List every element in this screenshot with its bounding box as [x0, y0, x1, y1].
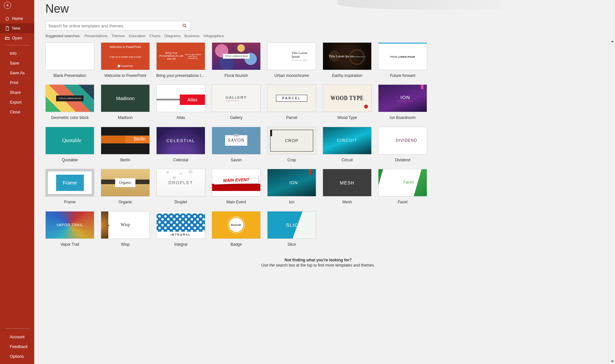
nav-home-label: Home	[12, 16, 23, 21]
template-thumbnail: VAPOR TRAIL	[45, 211, 94, 239]
template-card-atlas[interactable]: AtlasAtlas	[156, 84, 205, 120]
template-card-mainev[interactable]: MAIN EVENTMain Event	[212, 169, 261, 204]
suggested-business[interactable]: Business	[184, 34, 200, 38]
template-thumbnail: SLICE	[267, 211, 316, 239]
vertical-scrollbar[interactable]	[609, 38, 615, 364]
template-card-ion2[interactable]: IONIon	[267, 169, 316, 204]
template-card-welcome[interactable]: Welcome to PowerPoint5 tips for a simple…	[101, 42, 150, 78]
template-card-ion[interactable]: IONBOARDROOMIon Boardroom	[378, 84, 427, 120]
template-card-earthy[interactable]: Title Lorem IpsumSit Dolor AmetEarthy in…	[323, 42, 372, 78]
template-thumbnail: Organic	[101, 169, 150, 197]
backstage-sidebar: Home New Open Info Save Save As Print Sh…	[0, 0, 34, 364]
template-label: Circuit	[323, 158, 372, 162]
template-card-mesh[interactable]: MESHMesh	[323, 169, 372, 204]
template-card-wood[interactable]: WOOD TYPEWood Type	[323, 84, 372, 120]
template-thumbnail	[45, 42, 94, 70]
nav-save-as[interactable]: Save As	[0, 68, 34, 78]
nav-info[interactable]: Info	[0, 49, 34, 58]
template-thumbnail: CELESTIAL	[156, 127, 205, 154]
template-card-urban[interactable]: Title Lorem IpsumSIT DOLOR AMETUrban mon…	[267, 42, 316, 78]
template-thumbnail: Facet	[378, 169, 427, 197]
template-card-3d[interactable]: Bring Your Presentations to Life with 3D…	[156, 42, 205, 78]
template-card-future[interactable]: TITLE LOREM IPSUMFuture forward	[378, 42, 427, 78]
nav-save[interactable]: Save	[0, 58, 34, 68]
template-label: Welcome to PowerPoint	[101, 73, 150, 78]
template-card-slice[interactable]: SLICESlice	[267, 211, 316, 247]
template-card-badge[interactable]: BADGEBadge	[212, 211, 261, 247]
nav-open[interactable]: Open	[0, 33, 34, 43]
nav-close[interactable]: Close	[0, 107, 34, 117]
nav-new-label: New	[12, 26, 20, 31]
svg-point-0	[183, 24, 186, 27]
folder-open-icon	[5, 36, 9, 40]
template-card-berlin[interactable]: BerlinBerlin	[101, 127, 150, 162]
template-thumbnail: Madison	[101, 84, 150, 112]
template-thumbnail: DROPLET	[156, 169, 205, 197]
footer-message: Not finding what you're looking for? Use…	[45, 258, 591, 268]
nav-share[interactable]: Share	[0, 88, 34, 97]
template-card-crop[interactable]: CROPCrop	[267, 127, 316, 162]
search-button[interactable]	[181, 22, 188, 29]
search-icon	[182, 23, 187, 28]
nav-open-label: Open	[12, 36, 22, 40]
template-label: Ion	[267, 200, 316, 204]
template-label: Gallery	[212, 115, 261, 120]
nav-export[interactable]: Export	[0, 97, 34, 107]
template-thumbnail: GALLERY	[212, 84, 261, 112]
template-thumbnail: Quotable	[45, 127, 94, 154]
scrollbar-track[interactable]	[610, 44, 615, 358]
template-thumbnail: Wisp	[101, 211, 150, 239]
template-thumbnail: TITLE LOREM IPSUM	[45, 84, 94, 112]
template-card-floral[interactable]: TITLE LOREM IPSUMFloral flourish	[212, 42, 261, 78]
template-card-organic[interactable]: OrganicOrganic	[101, 169, 150, 204]
template-label: Droplet	[156, 200, 205, 204]
template-thumbnail: INTEGRAL	[156, 211, 205, 239]
suggested-themes[interactable]: Themes	[111, 34, 125, 38]
template-card-dividend[interactable]: DIVIDENDDividend	[378, 127, 427, 162]
template-card-madison[interactable]: MadisonMadison	[101, 84, 150, 120]
template-card-circuit[interactable]: CIRCUITCircuit	[323, 127, 372, 162]
nav-options[interactable]: Options	[0, 352, 34, 361]
nav-account[interactable]: Account	[0, 332, 34, 342]
suggested-presentations[interactable]: Presentations	[85, 34, 107, 38]
template-card-quot[interactable]: QuotableQuotable	[45, 127, 94, 162]
nav-print[interactable]: Print	[0, 78, 34, 88]
template-card-gallery[interactable]: GALLERYGallery	[212, 84, 261, 120]
template-label: Vapor Trail	[45, 242, 94, 247]
suggested-education[interactable]: Education	[129, 34, 146, 38]
search-input[interactable]	[48, 23, 181, 28]
template-card-wisp[interactable]: WispWisp	[101, 211, 150, 247]
template-scroll-area[interactable]: Blank PresentationWelcome to PowerPoint5…	[45, 42, 604, 364]
template-card-celest[interactable]: CELESTIALCelestial	[156, 127, 205, 162]
template-card-blank[interactable]: Blank Presentation	[45, 42, 94, 78]
template-thumbnail: BADGE	[212, 211, 261, 239]
template-label: Savon	[212, 158, 261, 162]
template-card-parcel[interactable]: PARCELParcel	[267, 84, 316, 120]
nav-feedback[interactable]: Feedback	[0, 342, 34, 352]
arrow-left-icon	[6, 3, 9, 7]
template-thumbnail: TITLE LOREM IPSUM	[378, 42, 427, 70]
template-card-facet[interactable]: FacetFacet	[378, 169, 427, 204]
template-label: Earthy inspiration	[323, 73, 372, 78]
nav-new[interactable]: New	[0, 23, 34, 33]
template-card-savon[interactable]: SAVONSavon	[212, 127, 261, 162]
footer-line1: Not finding what you're looking for?	[45, 258, 591, 262]
template-card-integral[interactable]: INTEGRALIntegral	[156, 211, 205, 247]
search-box[interactable]	[45, 21, 191, 31]
scroll-up-button[interactable]	[610, 38, 615, 44]
template-card-droplet[interactable]: DROPLETDroplet	[156, 169, 205, 204]
template-thumbnail: Atlas	[156, 84, 205, 112]
scroll-down-button[interactable]	[610, 358, 615, 364]
suggested-diagrams[interactable]: Diagrams	[164, 34, 180, 38]
suggested-infographics[interactable]: Infographics	[204, 34, 224, 38]
nav-home[interactable]: Home	[0, 14, 34, 23]
template-thumbnail: PARCEL	[267, 84, 316, 112]
back-button[interactable]	[4, 2, 11, 9]
template-card-frame[interactable]: FrameFrame	[45, 169, 94, 204]
template-label: Integral	[156, 242, 205, 247]
template-card-geo[interactable]: TITLE LOREM IPSUMGeometric color block	[45, 84, 94, 120]
suggested-charts[interactable]: Charts	[149, 34, 161, 38]
template-card-vapor[interactable]: VAPOR TRAILVapor Trail	[45, 211, 94, 247]
template-label: Crop	[267, 158, 316, 162]
template-thumbnail: MESH	[323, 169, 372, 197]
